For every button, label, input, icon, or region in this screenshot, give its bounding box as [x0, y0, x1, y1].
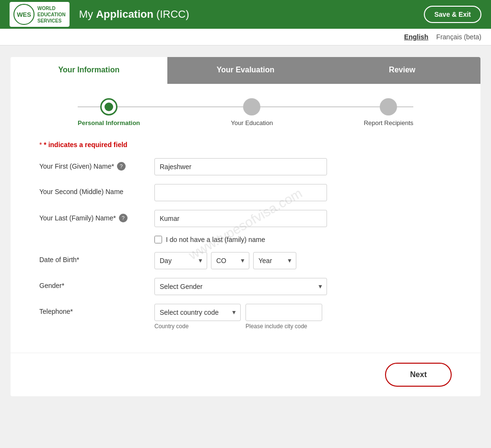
steps-container: Personal Information Your Education Repo…	[78, 98, 413, 126]
last-name-label: Your Last (Family) Name* ?	[39, 210, 145, 222]
save-exit-button[interactable]: Save & Exit	[424, 6, 481, 23]
country-code-select[interactable]: Select country code +1 (USA/Canada) +91 …	[154, 304, 241, 321]
tab-your-evaluation[interactable]: Your Evaluation	[167, 57, 324, 84]
required-note: * * indicates a required field	[39, 141, 452, 149]
dob-inputs: Day 123 ▼ CO JanFeb ▼ Ye	[154, 252, 452, 269]
gender-row: Gender* Select Gender Male Female Other …	[39, 278, 452, 295]
card-footer: Next	[11, 353, 480, 396]
dob-label: Date of Birth*	[39, 252, 145, 264]
next-button[interactable]: Next	[385, 363, 452, 387]
app-header: WES WORLDEDUCATIONSERVICES My Applicatio…	[0, 0, 491, 29]
step-label-recipients: Report Recipients	[364, 119, 413, 126]
gender-label: Gender*	[39, 278, 145, 289]
last-name-row: Your Last (Family) Name* ?	[39, 210, 452, 227]
step-label-education: Your Education	[231, 119, 273, 126]
step-report-recipients: Report Recipients	[364, 98, 413, 126]
no-last-name-label[interactable]: I do not have a last (family) name	[166, 236, 265, 243]
last-name-input[interactable]	[154, 210, 327, 227]
step-circle-recipients	[380, 98, 397, 115]
step-personal-information: Personal Information	[78, 98, 140, 126]
country-code-label: Country code	[154, 323, 241, 330]
telephone-row: Telephone* Select country code +1 (USA/C…	[39, 304, 452, 330]
wes-logo: WES	[13, 4, 35, 25]
gender-select-wrap: Select Gender Male Female Other ▼	[154, 278, 327, 295]
telephone-number-input[interactable]	[246, 304, 322, 321]
last-name-help-icon[interactable]: ?	[119, 214, 128, 222]
middle-name-row: Your Second (Middle) Name	[39, 184, 452, 201]
telephone-label: Telephone*	[39, 304, 145, 315]
telephone-inputs: Select country code +1 (USA/Canada) +91 …	[154, 304, 322, 321]
step-circle-personal	[100, 98, 117, 115]
main-content: Your Information Your Evaluation Review …	[0, 46, 491, 408]
first-name-input[interactable]	[154, 158, 327, 175]
tab-header: Your Information Your Evaluation Review	[11, 57, 480, 84]
dob-year-select[interactable]: Year 2000	[253, 252, 296, 269]
telephone-labels: Country code Please include city code	[154, 323, 322, 330]
dob-day-wrap: Day 123 ▼	[154, 252, 207, 269]
app-title: My Application (IRCC)	[79, 8, 189, 21]
country-code-wrap: Select country code +1 (USA/Canada) +91 …	[154, 304, 241, 321]
tab-your-information[interactable]: Your Information	[11, 57, 167, 84]
no-last-name-row: I do not have a last (family) name	[154, 236, 452, 243]
first-name-help-icon[interactable]: ?	[117, 162, 126, 171]
city-code-label: Please include city code	[246, 323, 322, 330]
application-card: Your Information Your Evaluation Review …	[11, 57, 480, 396]
language-bar: English Français (beta)	[0, 29, 491, 46]
step-your-education: Your Education	[231, 98, 273, 126]
step-circle-education	[243, 98, 260, 115]
middle-name-label: Your Second (Middle) Name	[39, 184, 145, 195]
first-name-label: Your First (Given) Name* ?	[39, 158, 145, 171]
dob-year-wrap: Year 2000 ▼	[253, 252, 296, 269]
middle-name-input[interactable]	[154, 184, 327, 201]
french-language-link[interactable]: Français (beta)	[436, 33, 481, 41]
first-name-row: Your First (Given) Name* ?	[39, 158, 452, 175]
no-last-name-checkbox[interactable]	[154, 236, 162, 243]
logo-subtext: WORLDEDUCATIONSERVICES	[37, 5, 66, 24]
dob-day-select[interactable]: Day 123	[154, 252, 207, 269]
dob-month-select[interactable]: CO JanFeb	[211, 252, 249, 269]
dob-row: Date of Birth* Day 123 ▼ CO JanFeb	[39, 252, 452, 269]
dob-month-wrap: CO JanFeb ▼	[211, 252, 249, 269]
progress-steps: Personal Information Your Education Repo…	[11, 84, 480, 136]
step-label-personal: Personal Information	[78, 119, 140, 126]
telephone-area: Select country code +1 (USA/Canada) +91 …	[154, 304, 322, 330]
gender-select[interactable]: Select Gender Male Female Other	[154, 278, 327, 295]
form-area: * * indicates a required field Your Firs…	[11, 136, 480, 353]
tab-review[interactable]: Review	[324, 57, 480, 84]
logo-area: WES WORLDEDUCATIONSERVICES	[10, 2, 70, 27]
english-language-link[interactable]: English	[404, 33, 429, 41]
